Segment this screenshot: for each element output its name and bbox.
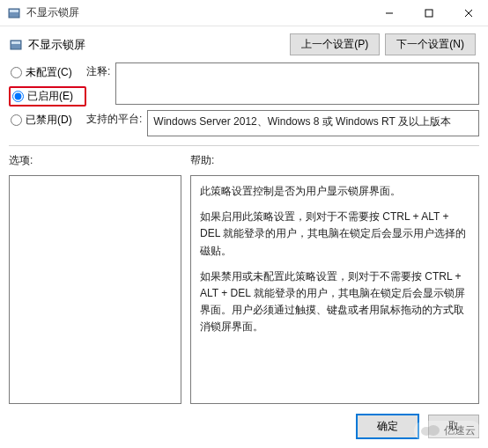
svg-rect-7 [11, 41, 20, 44]
window-title: 不显示锁屏 [26, 5, 369, 20]
comment-label: 注释: [86, 62, 115, 79]
config-area: 未配置(C) 已启用(E) 已禁用(D) 注释: 支持的平台: Windows … [0, 62, 488, 142]
platform-label: 支持的平台: [86, 110, 147, 127]
help-para-1: 如果启用此策略设置，则对于不需要按 CTRL + ALT + DEL 就能登录的… [200, 209, 470, 260]
radio-enabled[interactable]: 已启用(E) [9, 86, 86, 106]
svg-point-9 [427, 425, 440, 436]
radio-enabled-input[interactable] [12, 91, 24, 102]
radio-not-configured[interactable]: 未配置(C) [9, 64, 86, 81]
help-para-0: 此策略设置控制是否为用户显示锁屏界面。 [200, 183, 470, 200]
next-setting-button[interactable]: 下一个设置(N) [385, 33, 476, 55]
divider [9, 145, 479, 146]
minimize-button[interactable] [369, 0, 409, 26]
state-radio-group: 未配置(C) 已启用(E) 已禁用(D) [9, 62, 86, 136]
ok-button[interactable]: 确定 [356, 414, 419, 439]
cloud-icon [419, 422, 440, 439]
svg-rect-1 [10, 10, 18, 12]
help-label: 帮助: [190, 153, 479, 168]
watermark-text: 亿速云 [444, 423, 476, 438]
options-box [9, 175, 181, 404]
maximize-button[interactable] [409, 0, 448, 26]
close-button[interactable] [448, 0, 488, 26]
options-label: 选项: [9, 153, 181, 168]
lower-area: 选项: 帮助: 此策略设置控制是否为用户显示锁屏界面。 如果启用此策略设置，则对… [0, 150, 488, 411]
prev-setting-button[interactable]: 上一个设置(P) [290, 33, 380, 55]
platform-value: Windows Server 2012、Windows 8 或 Windows … [147, 110, 479, 136]
options-column: 选项: [9, 153, 181, 404]
radio-disabled-input[interactable] [11, 114, 22, 126]
svg-rect-3 [425, 10, 433, 17]
help-para-2: 如果禁用或未配置此策略设置，则对于不需要按 CTRL + ALT + DEL 就… [200, 268, 470, 336]
radio-disabled[interactable]: 已禁用(D) [9, 112, 86, 129]
radio-enabled-label: 已启用(E) [27, 89, 73, 104]
radio-not-configured-label: 未配置(C) [26, 65, 72, 80]
policy-icon [9, 38, 23, 52]
help-box: 此策略设置控制是否为用户显示锁屏界面。 如果启用此策略设置，则对于不需要按 CT… [190, 175, 479, 404]
comment-input[interactable] [115, 62, 479, 105]
radio-disabled-label: 已禁用(D) [26, 113, 72, 128]
policy-title: 不显示锁屏 [28, 37, 290, 53]
help-column: 帮助: 此策略设置控制是否为用户显示锁屏界面。 如果启用此策略设置，则对于不需要… [190, 153, 479, 404]
radio-not-configured-input[interactable] [11, 67, 22, 78]
gpo-setting-icon [7, 6, 21, 20]
titlebar: 不显示锁屏 [0, 0, 488, 26]
header-row: 不显示锁屏 上一个设置(P) 下一个设置(N) [0, 26, 488, 62]
watermark: 亿速云 [414, 421, 481, 441]
